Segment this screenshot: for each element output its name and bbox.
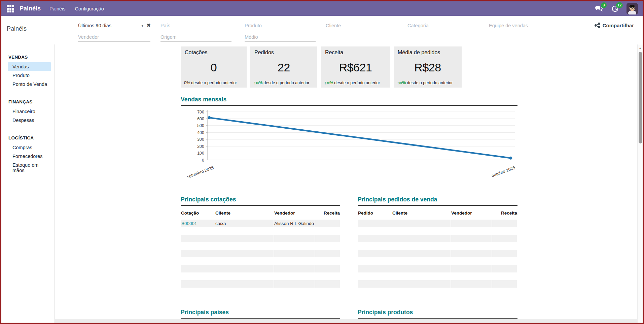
filter-medio-input[interactable]	[245, 33, 316, 42]
table-row-empty	[181, 280, 340, 288]
period-filter-value: Últimos 90 dias	[78, 23, 141, 28]
table-row-empty	[358, 265, 517, 273]
table-row-empty	[358, 280, 517, 288]
kpi-card-media-pedidos: Média de pedidos R$28 ↑∞%desde o período…	[394, 46, 462, 88]
sidebar-section-title: VENDAS	[8, 55, 54, 60]
share-button[interactable]: Compartilhar	[595, 23, 634, 28]
clear-filter-icon[interactable]: ✖	[147, 23, 151, 28]
dashboard-sidebar: VENDAS Vendas Produto Ponto de Venda FIN…	[1, 44, 55, 323]
table-row-empty	[181, 258, 340, 265]
avatar-image	[627, 3, 638, 14]
svg-text:setembro 2025: setembro 2025	[186, 165, 214, 180]
kpi-card-receita: Receita R$621 ↑∞%desde o período anterio…	[321, 46, 390, 88]
sidebar-item-fornecedores[interactable]: Fornecedores	[8, 152, 51, 161]
kpi-label: Cotações	[185, 50, 243, 56]
filter-categoria-input[interactable]	[407, 21, 478, 30]
table-row-empty	[358, 227, 517, 235]
sidebar-section-title: LOGÍSTICA	[8, 135, 54, 140]
filter-cliente-input[interactable]	[326, 21, 397, 30]
kpi-value: 22	[254, 61, 313, 74]
monthly-sales-chart: 0100200300400500600700setembro 2025outub…	[181, 108, 517, 181]
table-row-empty	[181, 242, 340, 250]
svg-text:200: 200	[197, 144, 204, 149]
kpi-label: Receita	[325, 50, 386, 56]
kpi-delta-note: desde o período anterior	[407, 80, 453, 85]
svg-text:400: 400	[197, 130, 204, 135]
navbar-right: 3 12	[594, 3, 638, 14]
kpi-delta-value: ∞%	[256, 80, 262, 85]
menu-paineis[interactable]: Painéis	[46, 6, 69, 11]
top-quotations-table: Principais cotações Cotação Cliente Vend…	[181, 196, 340, 288]
chart-section-title: Vendas mensais	[181, 96, 517, 106]
filter-vendedor-input[interactable]	[78, 33, 150, 42]
svg-text:outubro 2025: outubro 2025	[491, 165, 516, 178]
kpi-delta: ↑∞%desde o período anterior	[324, 80, 380, 85]
activities-button[interactable]: 12	[610, 4, 620, 13]
sidebar-item-ponto-de-venda[interactable]: Ponto de Venda	[8, 80, 51, 89]
chevron-down-icon: ▾	[141, 24, 143, 28]
filter-origem-input[interactable]	[160, 33, 231, 42]
kpi-delta-value: ∞%	[399, 80, 406, 85]
col-header-receita: Receita	[501, 210, 517, 216]
sidebar-item-vendas[interactable]: Vendas	[8, 62, 51, 71]
col-header-cotacao: Cotação	[181, 210, 199, 216]
top-products-section-title: Principais produtos	[358, 309, 517, 319]
menu-configuracao[interactable]: Configuração	[72, 6, 107, 11]
share-icon	[595, 23, 600, 28]
table-header-row: Pedido Cliente Vendedor Receita	[358, 210, 517, 217]
kpi-value: R$621	[325, 61, 386, 74]
kpi-delta-value: ∞%	[326, 80, 333, 85]
dashboard-content: Cotações 0 0%desde o período anterior Pe…	[55, 44, 637, 319]
kpi-delta-note: desde o período anterior	[334, 80, 380, 85]
table-row-empty	[358, 242, 517, 250]
sidebar-item-financeiro[interactable]: Financeiro	[8, 107, 51, 116]
vertical-scrollbar[interactable]: ▲	[637, 44, 643, 323]
horizontal-scrollbar[interactable]	[55, 319, 637, 323]
kpi-delta: ↑∞%desde o período anterior	[397, 80, 453, 85]
sidebar-section-logistica: LOGÍSTICA Compras Fornecedores Estoque e…	[1, 135, 54, 175]
table-row-empty	[358, 250, 517, 258]
cell-receita	[315, 220, 340, 227]
sidebar-item-despesas[interactable]: Despesas	[8, 116, 51, 125]
top-sales-orders-table: Principais pedidos de venda Pedido Clien…	[358, 196, 517, 288]
activities-badge: 12	[616, 2, 623, 8]
table-row-empty	[358, 235, 517, 242]
table-header-row: Cotação Cliente Vendedor Receita	[181, 210, 340, 217]
sidebar-item-compras[interactable]: Compras	[8, 143, 51, 152]
filter-pais-input[interactable]	[160, 21, 231, 30]
quotation-link[interactable]: S00001	[181, 221, 197, 226]
dashboard-canvas: Cotações 0 0%desde o período anterior Pe…	[181, 44, 517, 319]
filter-produto-input[interactable]	[245, 21, 316, 30]
col-header-pedido: Pedido	[358, 210, 373, 216]
messages-button[interactable]: 3	[594, 4, 604, 13]
apps-grid-icon[interactable]	[5, 3, 16, 14]
user-avatar[interactable]	[627, 3, 638, 14]
kpi-card-cotacoes: Cotações 0 0%desde o período anterior	[181, 46, 247, 88]
share-button-label: Compartilhar	[603, 23, 634, 28]
vertical-scrollbar-thumb[interactable]	[639, 52, 642, 143]
kpi-delta-note: desde o período anterior	[191, 80, 237, 85]
period-filter-select[interactable]: Últimos 90 dias ▾	[78, 21, 144, 30]
top-countries-section-title: Principais países	[181, 309, 340, 319]
svg-text:100: 100	[197, 151, 204, 156]
scroll-up-icon[interactable]: ▲	[638, 44, 643, 50]
app-window: Painéis Painéis Configuração 3 12	[0, 0, 644, 324]
sidebar-section-vendas: VENDAS Vendas Produto Ponto de Venda	[1, 55, 54, 89]
app-brand[interactable]: Painéis	[20, 5, 41, 12]
table-row-empty	[358, 258, 517, 265]
sidebar-item-estoque-em-maos[interactable]: Estoque em mãos	[8, 161, 51, 175]
filter-equipe-vendas-input[interactable]	[489, 21, 560, 30]
svg-text:500: 500	[197, 123, 204, 128]
kpi-delta: ↑∞%desde o período anterior	[254, 80, 310, 85]
page-title: Painéis	[7, 25, 27, 32]
kpi-row: Cotações 0 0%desde o período anterior Pe…	[181, 46, 462, 88]
table-row: S00001 caixa Alisson R L Galindo	[181, 220, 340, 227]
kpi-label: Pedidos	[254, 50, 313, 56]
table-row-empty	[358, 273, 517, 281]
table-row-empty	[358, 220, 517, 227]
sidebar-item-produto[interactable]: Produto	[8, 71, 51, 80]
sidebar-section-title: FINANÇAS	[8, 99, 54, 104]
table-row-empty	[181, 273, 340, 281]
table-row-empty	[181, 265, 340, 273]
control-panel: Painéis Últimos 90 dias ▾ ✖ Compartilhar	[1, 16, 643, 44]
